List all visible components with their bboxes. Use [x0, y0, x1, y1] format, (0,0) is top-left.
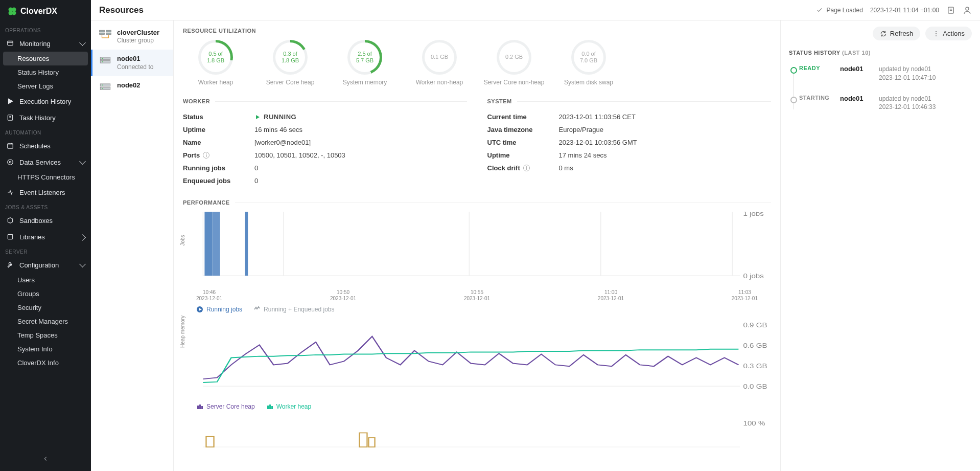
gauge: 0.2 GB Server Core non-heap — [481, 40, 547, 86]
refresh-button[interactable]: Refresh — [873, 27, 921, 40]
calendar-icon — [6, 142, 14, 150]
nav-cloverdx-info[interactable]: CloverDX Info — [0, 356, 91, 370]
svg-rect-47 — [267, 406, 269, 409]
sys-utc-value: 2023-12-01 10:03:56 GMT — [559, 139, 637, 146]
svg-rect-17 — [100, 57, 110, 60]
node-list: cloverCluster Cluster group node01 Conne… — [91, 20, 174, 471]
system-section-title: SYSTEM — [487, 98, 772, 104]
nav-execution-history-label: Execution History — [19, 98, 71, 105]
sys-cd-value: 0 ms — [559, 164, 573, 172]
node-cluster[interactable]: cloverCluster Cluster group — [91, 24, 173, 50]
nav-users[interactable]: Users — [0, 273, 91, 287]
content: cloverCluster Cluster group node01 Conne… — [91, 20, 980, 471]
nav-status-history[interactable]: Status History — [0, 65, 91, 79]
nav-data-services[interactable]: Data Services — [0, 154, 91, 170]
nav-system-info[interactable]: System Info — [0, 342, 91, 356]
svg-point-57 — [936, 35, 937, 36]
nav-group-automation: AUTOMATION — [0, 126, 91, 138]
nav-group-operations: OPERATIONS — [0, 24, 91, 35]
svg-rect-33 — [213, 212, 220, 276]
gauge-value: 0.5 of1.8 GB — [207, 51, 224, 64]
svg-point-20 — [102, 61, 103, 62]
sandbox-icon — [6, 216, 14, 225]
refresh-icon — [880, 30, 887, 37]
resource-utilization-title: RESOURCE UTILIZATION — [183, 28, 771, 34]
right-panel: Refresh Actions STATUS HISTORY (LAST 10)… — [781, 20, 980, 471]
svg-rect-32 — [204, 212, 212, 276]
nav-event-listeners[interactable]: Event Listeners — [0, 184, 91, 200]
nav-monitoring-label: Monitoring — [19, 40, 51, 48]
nav-libraries[interactable]: Libraries — [0, 229, 91, 245]
svg-point-3 — [12, 11, 16, 15]
nav-schedules[interactable]: Schedules — [0, 138, 91, 154]
gauge-label: System disk swap — [564, 79, 613, 86]
nav-configuration[interactable]: Configuration — [0, 257, 91, 273]
node01-sub: Connected to — [117, 63, 153, 71]
history-row: STARTING node01 updated by node012023-12… — [799, 95, 972, 112]
nav-resources[interactable]: Resources — [3, 52, 88, 65]
nav-monitoring[interactable]: Monitoring — [0, 35, 91, 52]
svg-text:0 jobs: 0 jobs — [743, 272, 763, 279]
svg-point-24 — [102, 88, 103, 89]
task-icon — [6, 114, 14, 122]
node-node01[interactable]: node01 Connected to — [91, 50, 173, 76]
nav-execution-history[interactable]: Execution History — [0, 93, 91, 109]
sys-up-value: 17 mins 24 secs — [559, 151, 607, 159]
nav-sandboxes[interactable]: Sandboxes — [0, 212, 91, 229]
actions-button[interactable]: Actions — [925, 27, 972, 40]
info-icon[interactable]: i — [203, 152, 209, 159]
user-icon[interactable] — [963, 6, 972, 15]
nav-configuration-label: Configuration — [19, 261, 59, 269]
nav-sandboxes-label: Sandboxes — [19, 217, 53, 225]
notes-icon[interactable] — [946, 6, 955, 15]
svg-rect-15 — [106, 30, 111, 32]
svg-rect-4 — [8, 41, 13, 45]
worker-running-value: 0 — [254, 164, 258, 172]
node-cluster-sub: Cluster group — [117, 37, 159, 44]
worker-running-key: Running jobs — [183, 164, 254, 172]
nav-task-history[interactable]: Task History — [0, 109, 91, 126]
jobs-y-title: Jobs — [180, 235, 185, 245]
listener-icon — [6, 188, 14, 196]
node-node02[interactable]: node02 — [91, 76, 173, 100]
sidebar-collapse[interactable] — [0, 450, 91, 471]
info-icon[interactable]: i — [523, 165, 530, 171]
sys-tz-value: Europe/Prague — [559, 126, 603, 133]
legend-core-heap[interactable]: Server Core heap — [196, 403, 255, 410]
svg-point-8 — [9, 161, 11, 163]
nav-security[interactable]: Security — [0, 301, 91, 315]
svg-rect-34 — [245, 212, 248, 276]
svg-marker-5 — [9, 99, 13, 103]
worker-name-value: [worker0@node01] — [254, 139, 311, 146]
worker-status-value: RUNNING — [254, 113, 296, 121]
nav-https-connectors[interactable]: HTTPS Connectors — [0, 170, 91, 184]
nav-event-listeners-label: Event Listeners — [19, 189, 65, 196]
svg-text:1 jobs: 1 jobs — [743, 212, 763, 217]
server-icon — [99, 81, 112, 95]
svg-rect-52 — [359, 433, 367, 447]
legend-running-jobs[interactable]: Running jobs — [196, 306, 242, 313]
brand-logo: CloverDX — [0, 0, 91, 24]
svg-text:0.6 GB: 0.6 GB — [743, 342, 767, 349]
gauge-row: 0.5 of1.8 GB Worker heap 0.3 of1.8 GB Se… — [183, 40, 771, 86]
page-loaded-label: Page Loaded — [826, 7, 862, 14]
sys-ct-value: 2023-12-01 11:03:56 CET — [559, 113, 636, 121]
legend-worker-heap[interactable]: Worker heap — [266, 403, 311, 410]
svg-point-9 — [8, 160, 13, 165]
svg-text:0.3 GB: 0.3 GB — [743, 362, 767, 369]
page-loaded-status: Page Loaded — [816, 7, 862, 14]
play-icon — [254, 114, 261, 120]
nav-secret-managers[interactable]: Secret Managers — [0, 315, 91, 328]
nav-data-services-label: Data Services — [19, 159, 61, 166]
history-meta: updated by node012023-12-01 10:47:10 — [879, 65, 936, 82]
wrench-icon — [6, 261, 14, 269]
legend-enq-jobs[interactable]: Running + Enqueued jobs — [253, 306, 334, 313]
svg-rect-51 — [206, 437, 214, 447]
nav-server-logs[interactable]: Server Logs — [0, 79, 91, 93]
nav-group-server: SERVER — [0, 245, 91, 257]
svg-rect-10 — [8, 234, 12, 239]
gauge: 0.0 of7.0 GB System disk swap — [556, 40, 621, 86]
gauge-label: Worker non-heap — [416, 79, 463, 86]
nav-groups[interactable]: Groups — [0, 287, 91, 301]
nav-temp-spaces[interactable]: Temp Spaces — [0, 328, 91, 342]
